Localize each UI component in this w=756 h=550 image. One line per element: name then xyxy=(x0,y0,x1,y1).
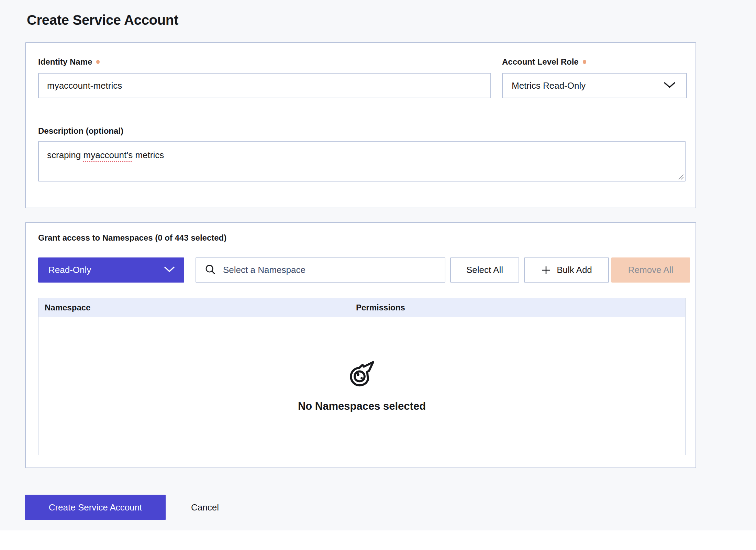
permission-dropdown[interactable]: Read-Only xyxy=(38,257,184,283)
namespace-search[interactable] xyxy=(196,257,445,283)
chevron-down-icon xyxy=(164,265,175,275)
identity-card: Identity Name Account Level Role Metrics… xyxy=(25,42,696,208)
description-textarea[interactable]: scraping myaccount's metrics xyxy=(38,141,686,182)
column-header-namespace: Namespace xyxy=(38,303,356,312)
search-icon xyxy=(204,264,216,277)
form-actions: Create Service Account Cancel xyxy=(25,495,696,520)
account-level-role-field: Account Level Role Metrics Read-Only xyxy=(502,57,687,98)
namespaces-heading: Grant access to Namespaces (0 of 443 sel… xyxy=(38,233,686,243)
identity-name-label: Identity Name xyxy=(38,57,92,67)
description-text-prefix: scraping xyxy=(47,150,84,160)
cancel-label: Cancel xyxy=(191,502,219,513)
description-misspelled-word: myaccount's xyxy=(84,150,133,160)
cancel-button[interactable]: Cancel xyxy=(189,502,221,513)
bulk-add-label: Bulk Add xyxy=(557,265,592,275)
bulk-add-button[interactable]: Bulk Add xyxy=(524,257,609,283)
plus-icon xyxy=(541,265,551,275)
description-field: Description (optional) scraping myaccoun… xyxy=(38,126,686,182)
namespaces-table-body: No Namespaces selected xyxy=(38,317,685,455)
select-all-label: Select All xyxy=(466,265,503,275)
description-label: Description (optional) xyxy=(38,126,123,136)
remove-all-label: Remove All xyxy=(628,265,674,275)
remove-all-button[interactable]: Remove All xyxy=(611,257,690,283)
namespaces-toolbar: Read-Only Select All Bulk Add xyxy=(38,257,686,283)
permission-dropdown-value: Read-Only xyxy=(48,265,91,275)
identity-name-field: Identity Name xyxy=(38,57,491,98)
page-content: Create Service Account Identity Name Acc… xyxy=(25,12,696,520)
identity-name-input[interactable] xyxy=(38,73,491,98)
column-header-permissions: Permissions xyxy=(356,303,685,312)
chevron-down-icon xyxy=(663,80,676,91)
account-level-role-label: Account Level Role xyxy=(502,57,579,67)
resize-grip-icon[interactable] xyxy=(677,173,684,180)
namespace-search-input[interactable] xyxy=(222,264,438,276)
comet-icon xyxy=(347,360,376,388)
create-service-account-label: Create Service Account xyxy=(49,502,142,513)
required-dot-icon xyxy=(96,60,100,64)
account-level-role-select[interactable]: Metrics Read-Only xyxy=(502,73,687,98)
select-all-button[interactable]: Select All xyxy=(450,257,519,283)
namespaces-card: Grant access to Namespaces (0 of 443 sel… xyxy=(25,222,696,468)
required-dot-icon xyxy=(583,60,586,64)
bottom-strip xyxy=(0,530,756,550)
page-title: Create Service Account xyxy=(27,12,696,28)
namespaces-table: Namespace Permissions No Namespaces sele… xyxy=(38,298,686,455)
empty-state-message: No Namespaces selected xyxy=(298,400,426,412)
namespaces-table-header: Namespace Permissions xyxy=(38,298,685,317)
create-service-account-button[interactable]: Create Service Account xyxy=(25,495,166,520)
description-text-suffix: metrics xyxy=(133,150,164,160)
account-level-role-value: Metrics Read-Only xyxy=(512,80,586,91)
